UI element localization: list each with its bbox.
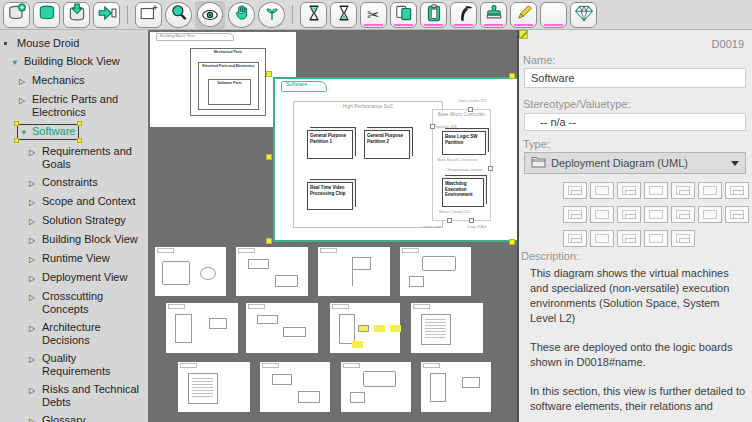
selection-handle[interactable] (266, 154, 272, 160)
diagram-canvas[interactable]: Building Block View Mechanical Parts Ele… (148, 30, 517, 422)
tree-item-quality-requirements[interactable]: Quality Requirements (0, 349, 148, 380)
collapsed-triangle-icon[interactable] (19, 93, 28, 107)
port[interactable] (469, 218, 474, 223)
tree-item-building-block-view-2[interactable]: Building Block View (0, 230, 148, 249)
diagram-thumbnail[interactable] (260, 362, 330, 412)
collapsed-triangle-icon[interactable] (29, 233, 38, 247)
tree-item-software[interactable]: Software (0, 121, 148, 142)
database-save-button[interactable] (63, 2, 90, 28)
port[interactable] (468, 107, 473, 112)
diagram-type-button[interactable] (671, 206, 695, 223)
database-button[interactable] (33, 2, 60, 28)
port[interactable] (488, 166, 493, 171)
diagram-type-button[interactable] (698, 182, 722, 199)
cut-button[interactable]: ✂ (360, 2, 387, 28)
diagram-type-button[interactable] (617, 206, 641, 223)
diagram-thumbnail[interactable] (341, 362, 411, 412)
base-micro-controller-container[interactable]: Base Micro Controller Base Logic SW Part… (432, 109, 491, 221)
diagram-thumbnail[interactable] (166, 303, 238, 353)
diagram-type-button[interactable] (590, 206, 614, 223)
tree-item-mechanics[interactable]: Mechanics (0, 71, 148, 90)
tree-item-building-block-view[interactable]: Building Block View (0, 52, 148, 71)
collapsed-triangle-icon[interactable] (29, 252, 38, 266)
diagram-type-button[interactable] (563, 182, 587, 199)
collapsed-triangle-icon[interactable] (29, 321, 38, 335)
selection-handle[interactable] (266, 238, 272, 244)
collapsed-triangle-icon[interactable] (29, 383, 38, 397)
diagram-type-button[interactable] (617, 230, 641, 247)
diagram-type-button[interactable] (644, 182, 668, 199)
tree-item-electric-parts[interactable]: Electric Parts and Electronics (0, 90, 148, 121)
software-parts-box[interactable]: Software Parts (208, 79, 251, 105)
collapsed-triangle-icon[interactable] (29, 145, 38, 159)
diagram-thumbnail[interactable] (421, 362, 491, 412)
stamp-button[interactable] (480, 2, 507, 28)
collapsed-triangle-icon[interactable] (29, 195, 38, 209)
export-button[interactable] (93, 2, 120, 28)
tree-item-runtime-view[interactable]: Runtime View (0, 249, 148, 268)
stereotype-input[interactable]: -- n/a -- (524, 113, 746, 131)
view-button[interactable] (195, 1, 225, 29)
pan-button[interactable] (228, 2, 255, 28)
collapsed-triangle-icon[interactable] (29, 214, 38, 228)
diagram-type-button[interactable] (644, 206, 668, 223)
gem-button[interactable] (570, 2, 597, 28)
diagram-type-button[interactable] (698, 206, 722, 223)
name-input[interactable]: Software (524, 68, 746, 88)
tree-item-mouse-droid[interactable]: Mouse Droid (0, 34, 148, 52)
tree-item-scope-context[interactable]: Scope and Context (0, 192, 148, 211)
type-dropdown[interactable]: Deployment Diagram (UML) (524, 152, 746, 174)
note-corner-icon[interactable] (519, 30, 528, 39)
diagram-type-button[interactable] (671, 182, 695, 199)
tree-item-glossary[interactable]: Glossary (0, 411, 148, 422)
zoom-button[interactable] (165, 2, 192, 28)
diagram-thumbnail[interactable] (178, 362, 250, 412)
diagram-thumbnail[interactable] (411, 303, 483, 353)
diagram-thumbnail[interactable] (246, 303, 318, 353)
tree-item-risks-technical-debts[interactable]: Risks and Technical Debts (0, 380, 148, 411)
selection-handle[interactable] (509, 239, 515, 245)
collapsed-triangle-icon[interactable] (29, 290, 38, 304)
selected-diagram-page[interactable]: Software High Performance SoC General Pu… (273, 77, 517, 242)
database-add-button[interactable] (3, 2, 30, 28)
hourglass-top-button[interactable] (300, 2, 327, 28)
diagram-thumbnail[interactable] (155, 247, 226, 296)
edit-button[interactable] (510, 2, 537, 28)
tree-item-architecture-decisions[interactable]: Architecture Decisions (0, 318, 148, 349)
node-base-logic-sw[interactable]: Base Logic SW Partition (442, 131, 486, 155)
expanded-triangle-icon[interactable] (20, 125, 29, 139)
collapsed-triangle-icon[interactable] (29, 414, 38, 422)
collapsed-triangle-icon[interactable] (29, 176, 38, 190)
diagram-type-button[interactable] (725, 182, 749, 199)
selection-handle[interactable] (77, 121, 82, 126)
hourglass-bottom-button[interactable] (330, 2, 357, 28)
node-watchdog[interactable]: Watchdog Execution Environment (442, 178, 484, 207)
new-frame-button[interactable] (135, 2, 162, 28)
grow-button[interactable] (258, 2, 285, 28)
tree-item-solution-strategy[interactable]: Solution Strategy (0, 211, 148, 230)
node-real-time-video[interactable]: Real Time Video Processing Chip (307, 182, 353, 210)
node-gp-partition-2[interactable]: General Purpose Partition 2 (364, 130, 410, 159)
delete-button[interactable] (450, 2, 477, 28)
diagram-type-button[interactable] (590, 230, 614, 247)
diagram-type-button[interactable] (644, 230, 668, 247)
expanded-triangle-icon[interactable] (11, 55, 20, 69)
node-gp-partition-1[interactable]: General Purpose Partition 1 (307, 130, 353, 159)
diagram-thumbnail[interactable] (330, 303, 400, 353)
diagram-thumbnail[interactable] (400, 247, 471, 296)
selection-handle[interactable] (14, 138, 19, 143)
collapsed-triangle-icon[interactable] (29, 352, 38, 366)
diagram-type-button[interactable] (725, 206, 749, 223)
description-text[interactable]: This diagram shows the virtual machines … (530, 266, 747, 422)
high-performance-soc-container[interactable]: High Performance SoC General Purpose Par… (293, 101, 443, 228)
empty-button[interactable] (540, 2, 567, 28)
diagram-type-button[interactable] (617, 182, 641, 199)
diagram-type-button[interactable] (590, 182, 614, 199)
electrical-parts-box[interactable]: Electrical Parts and Electronics Softwar… (198, 62, 259, 110)
selection-handle[interactable] (14, 121, 19, 126)
port[interactable] (447, 218, 452, 223)
paste-button[interactable] (420, 2, 447, 28)
collapsed-triangle-icon[interactable] (29, 271, 38, 285)
tree-item-crosscutting-concepts[interactable]: Crosscutting Concepts (0, 287, 148, 318)
diagram-type-button[interactable] (671, 230, 695, 247)
